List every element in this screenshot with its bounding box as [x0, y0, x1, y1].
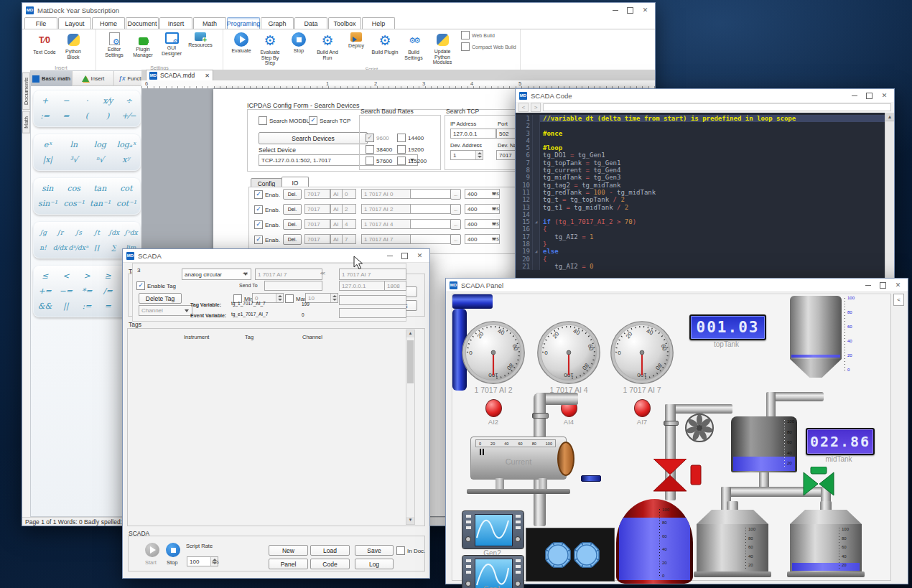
tags-scrollbar[interactable] [406, 330, 415, 525]
ribbon-checkbox[interactable]: Compact Web Build [461, 42, 516, 51]
math-symbol[interactable]: d∕dx [52, 240, 69, 255]
stop-button[interactable] [166, 543, 180, 557]
ribbon-button[interactable]: Plugin Manager [129, 31, 157, 57]
math-symbol[interactable]: · [76, 93, 97, 108]
close-icon[interactable] [414, 251, 426, 261]
fold-marker-icon[interactable] [533, 144, 540, 151]
math-symbol[interactable]: += [34, 284, 55, 299]
math-symbol[interactable]: ∫ᵃdx [122, 225, 139, 240]
math-symbol[interactable]: *= [76, 284, 97, 299]
ribbon-button[interactable]: Build And Run [313, 31, 342, 66]
fold-marker-icon[interactable] [533, 167, 540, 174]
nav-forward-button[interactable]: > [531, 103, 541, 112]
ribbon-button[interactable]: Evaluate [227, 31, 256, 66]
minimize-icon[interactable] [848, 91, 860, 101]
math-symbol[interactable]: |x| [34, 152, 61, 167]
search-tcp-checkbox[interactable]: Search TCP [309, 116, 350, 125]
fold-marker-icon[interactable] [533, 151, 540, 159]
max-stepper[interactable]: 10 [305, 293, 338, 303]
channel-dropdown[interactable]: Channel [139, 305, 192, 316]
math-symbol[interactable]: log [87, 137, 113, 152]
ribbon-button[interactable]: Editor Settings [100, 31, 129, 57]
ribbon-button[interactable]: Build Plugin [371, 31, 399, 66]
math-symbol[interactable]: ∏ [88, 240, 106, 255]
math-symbol[interactable]: tan [87, 181, 113, 196]
math-symbol[interactable]: ≤ [34, 269, 55, 284]
send-to-field[interactable] [264, 281, 322, 291]
math-symbol[interactable]: tan⁻¹ [87, 196, 113, 211]
math-symbol[interactable]: ( [76, 108, 97, 123]
copy-left-button[interactable]: << [243, 271, 247, 276]
math-symbol[interactable]: ÷ [118, 93, 139, 108]
fold-marker-icon[interactable] [533, 225, 540, 233]
enab-checkbox[interactable]: Enab. [254, 235, 280, 244]
baud-rate-checkbox[interactable]: 9600 [366, 134, 389, 142]
ribbon-tab[interactable]: Math [193, 17, 226, 29]
document-tab-close-icon[interactable]: ✕ [205, 73, 210, 79]
browse-button[interactable]: ... [450, 204, 461, 215]
maximize-icon[interactable] [399, 251, 411, 261]
del-button[interactable]: Del. [283, 204, 302, 215]
save-button[interactable]: Save [355, 545, 394, 556]
math-symbol[interactable]: sin [34, 181, 61, 196]
ribbon-checkbox[interactable]: Web Build [461, 31, 516, 39]
math-symbol[interactable]: ∫t [88, 225, 106, 240]
math-symbol[interactable]: +⁄− [118, 108, 139, 123]
math-symbol[interactable]: /= [98, 284, 118, 299]
fold-marker-icon[interactable] [533, 211, 540, 218]
in-doc-checkbox[interactable]: In Doc. [396, 546, 425, 555]
math-panel-tab[interactable]: Insert [73, 71, 114, 86]
panel-button[interactable]: Panel [269, 559, 308, 569]
dev-address-stepper[interactable]: 1 [450, 150, 483, 160]
delete-tag-button[interactable]: Delete Tag [139, 293, 182, 304]
code-button[interactable]: Code [310, 559, 350, 569]
math-symbol[interactable]: x⁄y [98, 93, 118, 108]
baud-rate-checkbox[interactable]: 19200 [397, 145, 424, 154]
baud-rate-checkbox[interactable]: 57600 [366, 157, 392, 165]
new-button[interactable]: New [269, 545, 308, 556]
math-symbol[interactable]: && [34, 299, 55, 314]
math-symbol[interactable]: = [98, 299, 118, 314]
ribbon-button[interactable]: Python Block [59, 31, 88, 60]
math-symbol[interactable]: cos [61, 181, 88, 196]
math-symbol[interactable]: n! [34, 240, 52, 255]
del-button[interactable]: Del. [283, 189, 302, 200]
ribbon-button[interactable]: Evaluate Step By Step [256, 31, 284, 66]
maximize-icon[interactable] [624, 6, 636, 15]
code-editor[interactable]: 1 //variable dt (delta time from start) … [516, 113, 894, 284]
close-icon[interactable] [878, 91, 890, 101]
maximize-icon[interactable] [863, 91, 875, 101]
math-symbol[interactable]: cot [113, 181, 140, 196]
math-symbol[interactable]: ³√ [61, 152, 88, 167]
math-symbol[interactable]: ∫g [34, 225, 52, 240]
search-modbus-checkbox[interactable]: Search MODBUS [259, 116, 315, 125]
minimize-icon[interactable] [383, 251, 396, 261]
fold-marker-icon[interactable] [533, 137, 540, 144]
browse-button[interactable]: ... [450, 219, 461, 230]
enab-checkbox[interactable]: Enab. [254, 190, 280, 199]
enab-checkbox[interactable]: Enab. [254, 220, 280, 229]
math-symbol[interactable]: dⁿ∕dxⁿ [68, 240, 88, 255]
ribbon-button[interactable]: Update Python Modules [428, 31, 457, 66]
copy-left-button[interactable]: << [320, 271, 325, 276]
ribbon-button[interactable]: GUI Designer [157, 31, 186, 57]
math-symbol[interactable]: −= [55, 284, 76, 299]
enable-tag-checkbox[interactable]: Enable Tag [136, 281, 176, 290]
math-symbol[interactable]: > [76, 269, 97, 284]
ribbon-tab[interactable]: Graph [261, 17, 294, 29]
nav-back-button[interactable]: < [518, 103, 529, 112]
ribbon-button[interactable]: Deploy [342, 31, 371, 66]
math-symbol[interactable]: + [34, 93, 55, 108]
math-symbol[interactable]: cos⁻¹ [61, 196, 88, 211]
ribbon-button[interactable]: Build Settings [399, 31, 428, 66]
fold-marker-icon[interactable] [533, 256, 540, 263]
math-symbol[interactable]: eˣ [34, 137, 61, 152]
fold-marker-icon[interactable] [533, 182, 540, 189]
del-button[interactable]: Del. [283, 234, 302, 245]
fold-marker-icon[interactable] [533, 233, 540, 241]
ribbon-tab[interactable]: Home [92, 17, 125, 29]
ribbon-tab[interactable]: Document [126, 17, 159, 29]
math-symbol[interactable]: := [34, 108, 55, 123]
math-symbol[interactable]: ln [61, 137, 88, 152]
fold-marker-icon[interactable] [533, 196, 540, 203]
